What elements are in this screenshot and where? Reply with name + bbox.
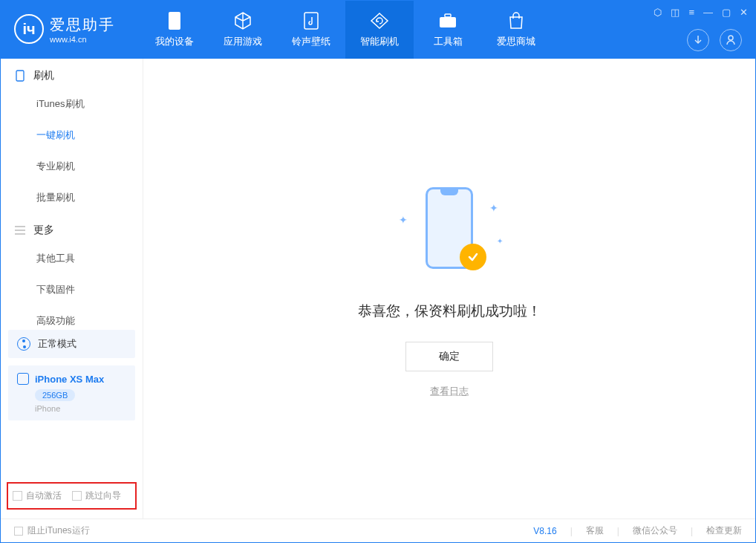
lock-icon[interactable]: ◫ — [671, 7, 680, 18]
checkbox-icon — [13, 491, 22, 501]
svg-rect-3 — [445, 14, 451, 17]
flash-options-highlight: 自动激活 跳过向导 — [7, 482, 137, 510]
cube-icon — [233, 11, 252, 30]
nav-toolbox[interactable]: 工具箱 — [414, 1, 482, 59]
phone-notch-icon — [440, 189, 458, 195]
svg-rect-2 — [440, 17, 456, 27]
bag-icon — [506, 11, 526, 30]
refresh-icon — [370, 11, 389, 30]
toolbox-icon — [438, 11, 457, 30]
maximize-icon[interactable]: ▢ — [722, 7, 731, 18]
device-mode[interactable]: 正常模式 — [8, 330, 135, 358]
nav-store[interactable]: 爱思商城 — [482, 1, 550, 59]
svg-point-4 — [729, 36, 733, 40]
device-card[interactable]: iPhone XS Max 256GB iPhone — [8, 365, 135, 420]
phone-icon — [14, 70, 26, 82]
main-content: ✦ ✦ ✦ 恭喜您，保资料刷机成功啦！ 确定 查看日志 — [143, 59, 755, 518]
mode-icon — [17, 337, 30, 351]
check-badge-icon — [460, 244, 486, 270]
nav-ringtones[interactable]: 铃声壁纸 — [277, 1, 345, 59]
download-button[interactable] — [687, 29, 709, 51]
checkbox-label: 自动激活 — [26, 490, 62, 502]
sidebar-item-download-firmware[interactable]: 下载固件 — [1, 274, 143, 305]
close-icon[interactable]: ✕ — [740, 7, 748, 18]
checkbox-icon — [14, 527, 23, 536]
device-type: iPhone — [35, 404, 126, 413]
nav-label: 工具箱 — [434, 35, 463, 48]
sidebar: 刷机 iTunes刷机 一键刷机 专业刷机 批量刷机 更多 其他工具 下载固件 … — [1, 59, 143, 518]
nav-label: 爱思商城 — [497, 35, 535, 48]
nav-label: 应用游戏 — [224, 35, 262, 48]
sidebar-section-more: 更多 — [1, 213, 143, 243]
mode-label: 正常模式 — [38, 337, 76, 351]
sparkle-icon: ✦ — [497, 237, 503, 245]
app-url: www.i4.cn — [50, 35, 115, 44]
checkbox-block-itunes[interactable]: 阻止iTunes运行 — [14, 524, 90, 537]
svg-rect-1 — [304, 13, 318, 29]
section-title: 更多 — [33, 224, 54, 237]
nav-apps-games[interactable]: 应用游戏 — [209, 1, 277, 59]
app-header: iч 爱思助手 www.i4.cn 我的设备 应用游戏 铃声壁纸 智能刷机 工具… — [1, 1, 755, 59]
titlebar-controls: ⬡ ◫ ≡ ― ▢ ✕ — [654, 7, 748, 18]
nav-my-device[interactable]: 我的设备 — [140, 1, 209, 59]
checkbox-skip-guide[interactable]: 跳过向导 — [72, 490, 121, 502]
nav-label: 我的设备 — [155, 35, 194, 48]
nav-label: 智能刷机 — [360, 35, 399, 48]
device-capacity: 256GB — [35, 389, 75, 401]
list-icon — [14, 224, 26, 236]
checkbox-icon — [72, 491, 82, 501]
sparkle-icon: ✦ — [489, 202, 498, 214]
checkbox-label: 跳过向导 — [85, 490, 121, 502]
separator: | — [570, 526, 573, 536]
view-log-link[interactable]: 查看日志 — [430, 385, 469, 398]
success-message: 恭喜您，保资料刷机成功啦！ — [358, 302, 541, 321]
logo-icon: iч — [14, 14, 44, 44]
music-icon — [302, 11, 321, 30]
separator: | — [617, 526, 619, 536]
app-logo: iч 爱思助手 www.i4.cn — [1, 1, 128, 44]
device-name: iPhone XS Max — [35, 374, 104, 385]
status-bar: 阻止iTunes运行 V8.16 | 客服 | 微信公众号 | 检查更新 — [1, 518, 755, 542]
version-label: V8.16 — [533, 526, 556, 536]
sidebar-section-flash: 刷机 — [1, 59, 143, 88]
sidebar-item-itunes-flash[interactable]: iTunes刷机 — [1, 88, 143, 120]
menu-icon[interactable]: ≡ — [688, 7, 694, 18]
minimize-icon[interactable]: ― — [703, 7, 713, 18]
sidebar-item-batch-flash[interactable]: 批量刷机 — [1, 182, 143, 213]
user-button[interactable] — [720, 29, 742, 51]
check-update-link[interactable]: 检查更新 — [706, 524, 742, 537]
svg-rect-5 — [16, 71, 24, 81]
header-actions — [687, 29, 742, 51]
support-link[interactable]: 客服 — [586, 524, 604, 537]
checkbox-auto-activate[interactable]: 自动激活 — [13, 490, 62, 502]
device-panel: 正常模式 iPhone XS Max 256GB iPhone — [8, 330, 135, 420]
main-nav: 我的设备 应用游戏 铃声壁纸 智能刷机 工具箱 爱思商城 — [140, 1, 550, 59]
sidebar-item-pro-flash[interactable]: 专业刷机 — [1, 151, 143, 182]
success-illustration: ✦ ✦ ✦ — [390, 180, 509, 284]
nav-label: 铃声壁纸 — [292, 35, 330, 48]
wechat-link[interactable]: 微信公众号 — [633, 524, 677, 537]
tshirt-icon[interactable]: ⬡ — [654, 7, 662, 18]
section-title: 刷机 — [33, 69, 54, 82]
checkbox-label: 阻止iTunes运行 — [27, 524, 90, 537]
sidebar-item-other-tools[interactable]: 其他工具 — [1, 243, 143, 274]
nav-smart-flash[interactable]: 智能刷机 — [345, 1, 414, 59]
svg-rect-0 — [169, 12, 180, 30]
sparkle-icon: ✦ — [399, 214, 408, 226]
device-icon — [17, 373, 29, 385]
ok-button[interactable]: 确定 — [405, 342, 493, 371]
device-icon — [165, 11, 184, 30]
sidebar-item-one-click-flash[interactable]: 一键刷机 — [1, 120, 143, 151]
app-name: 爱思助手 — [50, 15, 115, 35]
separator: | — [691, 526, 693, 536]
